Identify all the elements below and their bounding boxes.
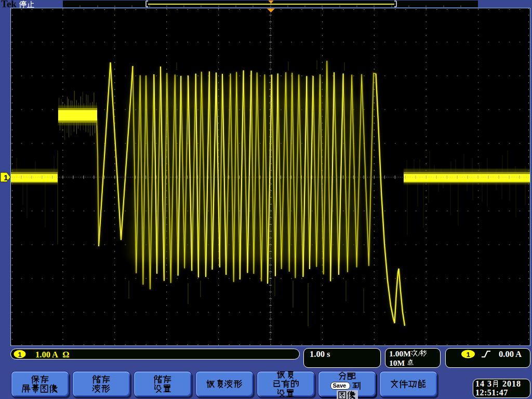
svg-text:1: 1 <box>18 351 22 358</box>
svg-text:/: / <box>418 350 420 357</box>
svg-text:1: 1 <box>467 351 471 358</box>
svg-text:1: 1 <box>4 173 8 182</box>
